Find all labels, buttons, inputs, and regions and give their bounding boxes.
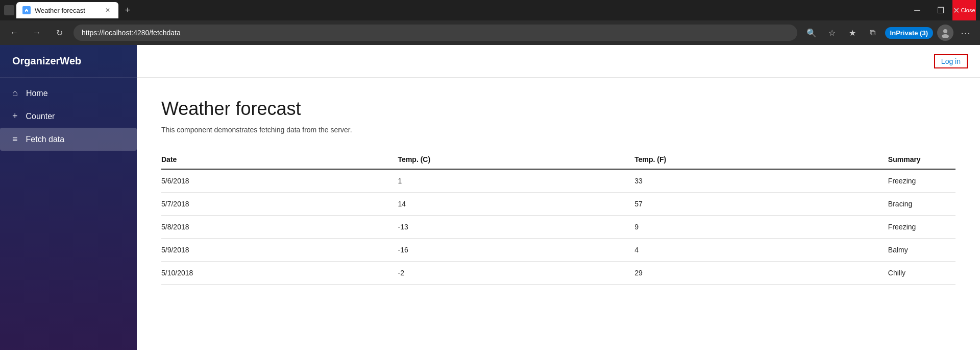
main-content: Log in Weather forecast This component d… <box>137 45 980 350</box>
back-button[interactable]: ← <box>6 25 22 41</box>
tab-close-button[interactable]: ✕ <box>103 6 112 15</box>
refresh-button[interactable]: ↻ <box>51 25 67 41</box>
top-header: Log in <box>137 45 980 78</box>
table-header-row: Date Temp. (C) Temp. (F) Summary <box>161 150 955 169</box>
table-row: 5/10/2018-229Chilly <box>161 262 955 285</box>
cell-temp_c-1: 14 <box>398 193 635 216</box>
col-header-summary: Summary <box>888 150 955 169</box>
svg-point-2 <box>943 29 947 33</box>
cell-temp_f-3: 4 <box>634 239 888 262</box>
cell-summary-2: Freezing <box>888 216 955 239</box>
fetchdata-icon: ≡ <box>12 134 18 145</box>
more-options-button[interactable]: ··· <box>958 25 974 41</box>
counter-icon: + <box>12 111 18 122</box>
page-subtitle: This component demonstrates fetching dat… <box>161 126 955 134</box>
cell-temp_f-1: 57 <box>634 193 888 216</box>
weather-table: Date Temp. (C) Temp. (F) Summary 5/6/201… <box>161 150 955 285</box>
cell-summary-1: Bracing <box>888 193 955 216</box>
sidebar-nav: ⌂ Home + Counter ≡ Fetch data <box>0 78 137 155</box>
collections-icon[interactable]: ⧉ <box>865 25 881 41</box>
col-header-temp-f: Temp. (F) <box>634 150 888 169</box>
cell-temp_c-3: -16 <box>398 239 635 262</box>
home-icon: ⌂ <box>12 88 18 99</box>
restore-button[interactable]: ❐ <box>929 0 952 20</box>
svg-rect-0 <box>6 7 13 14</box>
cell-date-0: 5/6/2018 <box>161 169 398 193</box>
sidebar-item-fetchdata[interactable]: ≡ Fetch data <box>0 128 137 151</box>
cell-summary-0: Freezing <box>888 169 955 193</box>
cell-summary-4: Chilly <box>888 262 955 285</box>
cell-temp_f-2: 9 <box>634 216 888 239</box>
content-body: Weather forecast This component demonstr… <box>137 78 980 305</box>
page-title: Weather forecast <box>161 98 955 120</box>
star-icon[interactable]: ☆ <box>824 25 840 41</box>
cell-date-2: 5/8/2018 <box>161 216 398 239</box>
favorites-icon[interactable]: ★ <box>844 25 861 41</box>
inprivate-badge[interactable]: InPrivate (3) <box>885 27 933 39</box>
col-header-date: Date <box>161 150 398 169</box>
close-button[interactable]: ✕ Close <box>952 0 976 20</box>
close-label: Close <box>961 7 975 13</box>
active-tab[interactable]: Weather forecast ✕ <box>16 2 118 18</box>
cell-temp_f-0: 33 <box>634 169 888 193</box>
tab-favicon <box>22 6 31 14</box>
table-row: 5/9/2018-164Balmy <box>161 239 955 262</box>
minimize-button[interactable]: ─ <box>905 0 929 20</box>
login-button[interactable]: Log in <box>934 54 968 68</box>
sidebar-brand: OrganizerWeb <box>0 45 137 78</box>
cell-date-4: 5/10/2018 <box>161 262 398 285</box>
cell-temp_c-4: -2 <box>398 262 635 285</box>
table-row: 5/6/2018133Freezing <box>161 169 955 193</box>
table-row: 5/8/2018-139Freezing <box>161 216 955 239</box>
forward-button[interactable]: → <box>29 25 45 41</box>
table-row: 5/7/20181457Bracing <box>161 193 955 216</box>
cell-temp_c-2: -13 <box>398 216 635 239</box>
sidebar-item-label-counter: Counter <box>26 112 55 121</box>
sidebar-item-label-fetchdata: Fetch data <box>26 135 65 144</box>
new-tab-button[interactable]: + <box>120 3 135 17</box>
sidebar-item-home[interactable]: ⌂ Home <box>0 82 137 105</box>
cell-date-1: 5/7/2018 <box>161 193 398 216</box>
svg-point-3 <box>942 34 949 38</box>
sidebar-item-label-home: Home <box>26 89 48 98</box>
search-toolbar-icon[interactable]: 🔍 <box>803 25 820 41</box>
col-header-temp-c: Temp. (C) <box>398 150 635 169</box>
cell-temp_f-4: 29 <box>634 262 888 285</box>
profile-avatar[interactable] <box>937 25 953 41</box>
address-bar-input[interactable] <box>74 25 797 41</box>
cell-summary-3: Balmy <box>888 239 955 262</box>
tab-title: Weather forecast <box>35 7 99 14</box>
sidebar: OrganizerWeb ⌂ Home + Counter ≡ Fetch da… <box>0 45 137 350</box>
browser-tab-icon <box>4 5 14 15</box>
cell-temp_c-0: 1 <box>398 169 635 193</box>
sidebar-item-counter[interactable]: + Counter <box>0 105 137 128</box>
cell-date-3: 5/9/2018 <box>161 239 398 262</box>
